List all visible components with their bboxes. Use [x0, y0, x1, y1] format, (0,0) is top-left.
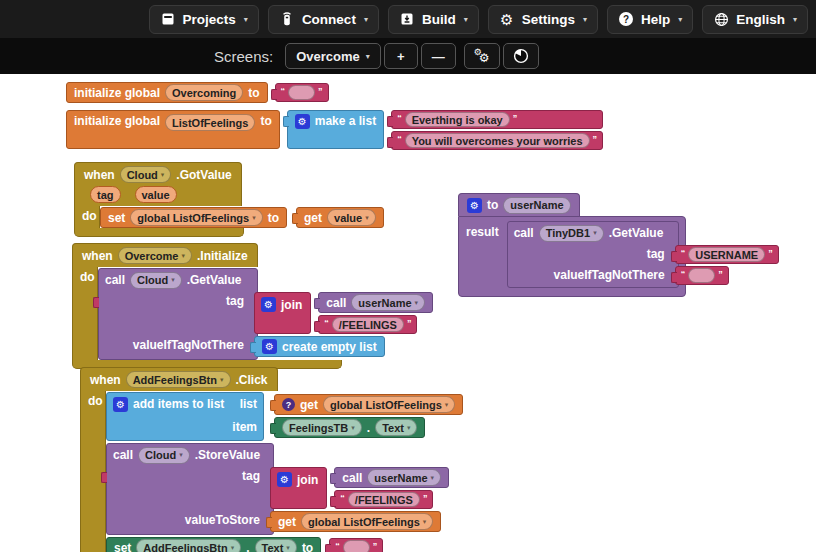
keyword: to: [268, 211, 279, 225]
call-procedure-block[interactable]: call userName▾: [334, 467, 449, 488]
mutator-gear-icon[interactable]: ⚙: [467, 198, 482, 213]
variable-dropdown[interactable]: global ListOfFeelings▾: [130, 209, 262, 226]
set-property-block[interactable]: set AddFeelingsBtn▾ . Text▾ to: [106, 537, 321, 552]
event-header[interactable]: when Cloud▾ .GotValue tag value: [74, 162, 242, 206]
project-properties-button[interactable]: ⚙⚙: [464, 43, 500, 69]
text-string-block[interactable]: “ ”: [329, 538, 383, 552]
mutator-gear-icon[interactable]: ⚙: [113, 397, 128, 412]
remove-screen-button[interactable]: —: [421, 43, 456, 69]
string-value-field[interactable]: [688, 268, 715, 283]
keyword: join: [297, 473, 318, 487]
component-dropdown[interactable]: TinyDB1▾: [539, 225, 604, 242]
help-menu[interactable]: ? Help ▾: [607, 5, 693, 34]
dropdown-caret-icon: ▾: [286, 544, 290, 552]
chevron-down-icon: ▾: [678, 15, 682, 24]
variable-name-field[interactable]: Overcoming: [165, 84, 243, 101]
build-menu[interactable]: Build ▾: [388, 5, 479, 34]
text-string-block[interactable]: “ USERNAME ”: [675, 245, 779, 264]
text-string-block[interactable]: “ You will overcomes your worries ”: [391, 131, 603, 150]
call-tinydb-getvalue-block[interactable]: call TinyDB1▾ .GetValue tag “ USERNAME ”…: [507, 221, 779, 288]
block-init-global-listoffeelings[interactable]: initialize global ListOfFeelings to ⚙ ma…: [66, 110, 603, 150]
event-param-value[interactable]: value: [135, 186, 177, 203]
component-dropdown[interactable]: FeelingsTB▾: [282, 419, 362, 436]
connect-menu[interactable]: Connect ▾: [268, 5, 379, 34]
chevron-down-icon: ▾: [583, 15, 587, 24]
block-procedure-username[interactable]: ⚙ to userName result call TinyDB1▾ .GetV…: [458, 193, 686, 297]
variable-dropdown[interactable]: global ListOfFeelings▾: [323, 396, 455, 413]
variable-dropdown[interactable]: global ListOfFeelings▾: [301, 513, 433, 530]
globe-icon: [713, 11, 729, 27]
procedure-dropdown[interactable]: userName▾: [351, 294, 425, 311]
set-variable-block[interactable]: set global ListOfFeelings▾ to: [100, 207, 287, 228]
create-empty-list-block[interactable]: ⚙ create empty list: [254, 336, 385, 357]
block-when-overcome-initialize[interactable]: when Overcome▾ .Initialize do call Cloud…: [72, 243, 433, 369]
procedure-header[interactable]: ⚙ to userName: [458, 193, 580, 216]
keyword: to: [302, 541, 313, 552]
component-dropdown[interactable]: AddFeelingsBtn▾: [126, 371, 231, 388]
text-string-block[interactable]: “ /FEELINGS ”: [318, 315, 417, 334]
close-quote: ”: [718, 269, 723, 279]
event-param-tag[interactable]: tag: [90, 186, 121, 203]
join-block[interactable]: ⚙ join call userName▾ “ /FEELIN: [254, 292, 433, 334]
component-dropdown[interactable]: Cloud▾: [138, 447, 190, 464]
add-items-to-list-block[interactable]: ⚙ add items to list list ? get global Li…: [106, 392, 463, 441]
variable-dropdown[interactable]: value▾: [327, 209, 376, 226]
join-block[interactable]: ⚙ join call userName▾ “ /FEELIN: [270, 467, 449, 509]
close-quote: ”: [593, 134, 598, 144]
menu-label: English: [736, 12, 785, 27]
string-value-field[interactable]: You will overcomes your worries: [405, 133, 590, 148]
string-value-field[interactable]: /FEELINGS: [348, 492, 420, 507]
get-variable-block[interactable]: ? get global ListOfFeelings▾: [274, 394, 463, 415]
text-string-block[interactable]: “ Everthing is okay ”: [391, 110, 603, 129]
string-value-field[interactable]: Everthing is okay: [405, 112, 510, 127]
call-cloud-getvalue-block[interactable]: call Cloud▾ .GetValue tag ⚙ join: [98, 268, 433, 360]
property-dropdown[interactable]: Text▾: [255, 539, 297, 552]
mutator-gear-icon[interactable]: ⚙: [262, 339, 277, 354]
mutator-gear-icon[interactable]: ⚙: [261, 297, 276, 312]
call-procedure-block[interactable]: call userName▾: [318, 292, 433, 313]
help-icon: ?: [618, 11, 634, 27]
call-cloud-storevalue-block[interactable]: call Cloud▾ .StoreValue tag ⚙ join: [106, 443, 449, 535]
component-dropdown[interactable]: Overcome▾: [118, 247, 192, 264]
block-when-addfeelingsbtn-click[interactable]: when AddFeelingsBtn▾ .Click do ⚙ add ite…: [80, 367, 463, 552]
mutator-gear-icon[interactable]: ⚙: [295, 114, 310, 129]
init-global-block[interactable]: initialize global ListOfFeelings to: [66, 110, 280, 149]
procedure-dropdown[interactable]: userName▾: [367, 469, 441, 486]
blocks-canvas[interactable]: initialize global Overcoming to “ ” init…: [0, 74, 816, 552]
keyword: join: [281, 298, 302, 312]
dropdown-caret-icon: ▾: [445, 401, 449, 409]
event-header[interactable]: when Overcome▾ .Initialize: [72, 243, 258, 267]
toggle-theme-button[interactable]: [503, 43, 539, 69]
event-header[interactable]: when AddFeelingsBtn▾ .Click: [80, 367, 278, 391]
string-value-field[interactable]: /FEELINGS: [332, 317, 404, 332]
mutator-gear-icon[interactable]: ⚙: [277, 472, 292, 487]
block-init-global-overcoming[interactable]: initialize global Overcoming to “ ”: [66, 82, 329, 103]
string-value-field[interactable]: [288, 85, 315, 100]
projects-menu[interactable]: Projects ▾: [149, 5, 259, 34]
component-dropdown[interactable]: AddFeelingsBtn▾: [136, 539, 241, 552]
get-variable-block[interactable]: get global ListOfFeelings▾: [270, 511, 441, 532]
variable-name-field[interactable]: ListOfFeelings: [165, 114, 255, 131]
add-screen-button[interactable]: +: [384, 43, 418, 69]
dropdown-caret-icon: ▾: [423, 518, 427, 526]
block-when-cloud-gotvalue[interactable]: when Cloud▾ .GotValue tag value do set g…: [74, 162, 384, 237]
text-string-block[interactable]: “ ”: [275, 83, 329, 102]
method-name: .StoreValue: [195, 448, 260, 462]
component-dropdown[interactable]: Cloud▾: [120, 166, 172, 183]
settings-menu[interactable]: ⚙ Settings ▾: [488, 5, 598, 34]
string-value-field[interactable]: USERNAME: [688, 247, 765, 262]
language-menu[interactable]: English ▾: [702, 5, 808, 34]
text-string-block[interactable]: “ /FEELINGS ”: [334, 490, 433, 509]
component-dropdown[interactable]: Cloud▾: [130, 272, 182, 289]
make-a-list-block[interactable]: ⚙ make a list: [287, 110, 384, 149]
component-getter-block[interactable]: FeelingsTB▾ . Text▾: [274, 417, 425, 438]
property-dropdown[interactable]: Text▾: [375, 419, 417, 436]
warning-icon[interactable]: ?: [282, 398, 295, 411]
dropdown-caret-icon: ▾: [179, 451, 183, 459]
procedure-name-field[interactable]: userName: [503, 197, 570, 214]
init-global-block[interactable]: initialize global Overcoming to: [66, 82, 268, 103]
string-value-field[interactable]: [343, 540, 370, 552]
text-string-block[interactable]: “ ”: [675, 266, 729, 285]
screen-selector[interactable]: Overcome ▾: [285, 43, 381, 69]
get-variable-block[interactable]: get value▾: [296, 207, 384, 228]
